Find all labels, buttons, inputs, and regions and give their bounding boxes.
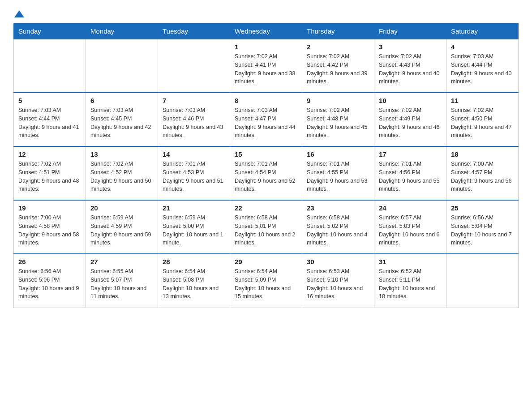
day-number: 3: [379, 43, 442, 51]
day-number: 27: [90, 258, 153, 265]
day-info: Sunrise: 6:52 AM Sunset: 5:11 PM Dayligh…: [379, 267, 442, 301]
day-number: 24: [379, 204, 442, 212]
day-number: 5: [18, 97, 81, 104]
day-number: 12: [18, 150, 81, 158]
day-header-monday: Monday: [86, 24, 158, 39]
day-number: 28: [163, 258, 225, 265]
day-header-saturday: Saturday: [446, 24, 519, 39]
calendar-cell: [446, 254, 519, 308]
day-number: 7: [163, 97, 225, 104]
day-info: Sunrise: 7:02 AM Sunset: 4:42 PM Dayligh…: [307, 52, 369, 86]
day-info: Sunrise: 6:54 AM Sunset: 5:08 PM Dayligh…: [163, 267, 225, 301]
day-number: 15: [235, 150, 297, 158]
day-info: Sunrise: 6:58 AM Sunset: 5:02 PM Dayligh…: [307, 214, 369, 247]
day-number: 13: [90, 150, 153, 158]
day-number: 31: [379, 258, 442, 265]
day-info: Sunrise: 6:58 AM Sunset: 5:01 PM Dayligh…: [235, 214, 297, 247]
calendar-cell: 1Sunrise: 7:02 AM Sunset: 4:41 PM Daylig…: [230, 39, 302, 93]
day-info: Sunrise: 6:59 AM Sunset: 5:00 PM Dayligh…: [163, 214, 225, 247]
day-info: Sunrise: 7:01 AM Sunset: 4:55 PM Dayligh…: [307, 160, 369, 193]
day-header-wednesday: Wednesday: [230, 24, 302, 39]
day-number: 14: [163, 150, 225, 158]
calendar-cell: 23Sunrise: 6:58 AM Sunset: 5:02 PM Dayli…: [302, 200, 374, 254]
calendar-cell: 3Sunrise: 7:02 AM Sunset: 4:43 PM Daylig…: [374, 39, 446, 93]
calendar-cell: 8Sunrise: 7:03 AM Sunset: 4:47 PM Daylig…: [230, 93, 302, 146]
day-number: 11: [451, 97, 514, 104]
day-info: Sunrise: 7:02 AM Sunset: 4:41 PM Dayligh…: [235, 52, 297, 86]
calendar-header: SundayMondayTuesdayWednesdayThursdayFrid…: [14, 24, 519, 39]
day-number: 17: [379, 150, 442, 158]
day-number: 9: [307, 97, 369, 104]
calendar-cell: 28Sunrise: 6:54 AM Sunset: 5:08 PM Dayli…: [158, 254, 230, 308]
page-header: [13, 9, 519, 19]
calendar-cell: 10Sunrise: 7:02 AM Sunset: 4:49 PM Dayli…: [374, 93, 446, 146]
day-info: Sunrise: 7:03 AM Sunset: 4:44 PM Dayligh…: [18, 106, 81, 140]
svg-marker-0: [14, 10, 24, 17]
day-info: Sunrise: 6:57 AM Sunset: 5:03 PM Dayligh…: [379, 214, 442, 247]
calendar-week-5: 26Sunrise: 6:56 AM Sunset: 5:06 PM Dayli…: [14, 254, 519, 308]
day-info: Sunrise: 7:01 AM Sunset: 4:56 PM Dayligh…: [379, 160, 442, 193]
day-info: Sunrise: 6:54 AM Sunset: 5:09 PM Dayligh…: [235, 267, 297, 301]
calendar-cell: 9Sunrise: 7:02 AM Sunset: 4:48 PM Daylig…: [302, 93, 374, 146]
calendar-cell: 27Sunrise: 6:55 AM Sunset: 5:07 PM Dayli…: [86, 254, 158, 308]
day-info: Sunrise: 7:01 AM Sunset: 4:53 PM Dayligh…: [163, 160, 225, 193]
day-info: Sunrise: 7:02 AM Sunset: 4:50 PM Dayligh…: [451, 106, 514, 140]
day-number: 21: [163, 204, 225, 212]
day-number: 26: [18, 258, 81, 265]
calendar-cell: 13Sunrise: 7:02 AM Sunset: 4:52 PM Dayli…: [86, 146, 158, 200]
day-info: Sunrise: 7:02 AM Sunset: 4:52 PM Dayligh…: [90, 160, 153, 193]
day-info: Sunrise: 7:00 AM Sunset: 4:58 PM Dayligh…: [18, 214, 81, 247]
day-number: 19: [18, 204, 81, 212]
day-number: 1: [235, 43, 297, 51]
day-header-thursday: Thursday: [302, 24, 374, 39]
calendar-week-2: 5Sunrise: 7:03 AM Sunset: 4:44 PM Daylig…: [14, 93, 519, 146]
calendar-cell: 18Sunrise: 7:00 AM Sunset: 4:57 PM Dayli…: [446, 146, 519, 200]
calendar-cell: [14, 39, 86, 93]
calendar-body: 1Sunrise: 7:02 AM Sunset: 4:41 PM Daylig…: [14, 39, 519, 308]
calendar-cell: 31Sunrise: 6:52 AM Sunset: 5:11 PM Dayli…: [374, 254, 446, 308]
day-number: 20: [90, 204, 153, 212]
calendar-cell: 21Sunrise: 6:59 AM Sunset: 5:00 PM Dayli…: [158, 200, 230, 254]
calendar-cell: [158, 39, 230, 93]
calendar-cell: 19Sunrise: 7:00 AM Sunset: 4:58 PM Dayli…: [14, 200, 86, 254]
calendar-cell: 25Sunrise: 6:56 AM Sunset: 5:04 PM Dayli…: [446, 200, 519, 254]
calendar-cell: 14Sunrise: 7:01 AM Sunset: 4:53 PM Dayli…: [158, 146, 230, 200]
day-number: 22: [235, 204, 297, 212]
day-number: 16: [307, 150, 369, 158]
calendar-cell: 15Sunrise: 7:01 AM Sunset: 4:54 PM Dayli…: [230, 146, 302, 200]
calendar-cell: 11Sunrise: 7:02 AM Sunset: 4:50 PM Dayli…: [446, 93, 519, 146]
day-info: Sunrise: 6:53 AM Sunset: 5:10 PM Dayligh…: [307, 267, 369, 301]
day-header-row: SundayMondayTuesdayWednesdayThursdayFrid…: [14, 24, 519, 39]
day-number: 4: [451, 43, 514, 51]
calendar-cell: 6Sunrise: 7:03 AM Sunset: 4:45 PM Daylig…: [86, 93, 158, 146]
calendar-cell: [86, 39, 158, 93]
day-number: 30: [307, 258, 369, 265]
calendar-table: SundayMondayTuesdayWednesdayThursdayFrid…: [13, 23, 519, 308]
calendar-cell: 26Sunrise: 6:56 AM Sunset: 5:06 PM Dayli…: [14, 254, 86, 308]
day-info: Sunrise: 6:56 AM Sunset: 5:04 PM Dayligh…: [451, 214, 514, 247]
day-info: Sunrise: 6:56 AM Sunset: 5:06 PM Dayligh…: [18, 267, 81, 301]
day-info: Sunrise: 6:59 AM Sunset: 4:59 PM Dayligh…: [90, 214, 153, 247]
day-info: Sunrise: 7:03 AM Sunset: 4:45 PM Dayligh…: [90, 106, 153, 140]
day-info: Sunrise: 7:02 AM Sunset: 4:43 PM Dayligh…: [379, 52, 442, 86]
calendar-cell: 16Sunrise: 7:01 AM Sunset: 4:55 PM Dayli…: [302, 146, 374, 200]
day-info: Sunrise: 7:02 AM Sunset: 4:51 PM Dayligh…: [18, 160, 81, 193]
day-info: Sunrise: 6:55 AM Sunset: 5:07 PM Dayligh…: [90, 267, 153, 301]
day-number: 25: [451, 204, 514, 212]
calendar-cell: 29Sunrise: 6:54 AM Sunset: 5:09 PM Dayli…: [230, 254, 302, 308]
day-number: 23: [307, 204, 369, 212]
logo-triangle-icon: [14, 9, 24, 19]
calendar-cell: 2Sunrise: 7:02 AM Sunset: 4:42 PM Daylig…: [302, 39, 374, 93]
day-header-sunday: Sunday: [14, 24, 86, 39]
logo: [13, 9, 24, 19]
day-number: 8: [235, 97, 297, 104]
calendar-cell: 12Sunrise: 7:02 AM Sunset: 4:51 PM Dayli…: [14, 146, 86, 200]
calendar-week-1: 1Sunrise: 7:02 AM Sunset: 4:41 PM Daylig…: [14, 39, 519, 93]
day-info: Sunrise: 7:00 AM Sunset: 4:57 PM Dayligh…: [451, 160, 514, 193]
calendar-cell: 7Sunrise: 7:03 AM Sunset: 4:46 PM Daylig…: [158, 93, 230, 146]
day-header-friday: Friday: [374, 24, 446, 39]
calendar-cell: 24Sunrise: 6:57 AM Sunset: 5:03 PM Dayli…: [374, 200, 446, 254]
day-number: 6: [90, 97, 153, 104]
calendar-cell: 5Sunrise: 7:03 AM Sunset: 4:44 PM Daylig…: [14, 93, 86, 146]
calendar-cell: 17Sunrise: 7:01 AM Sunset: 4:56 PM Dayli…: [374, 146, 446, 200]
